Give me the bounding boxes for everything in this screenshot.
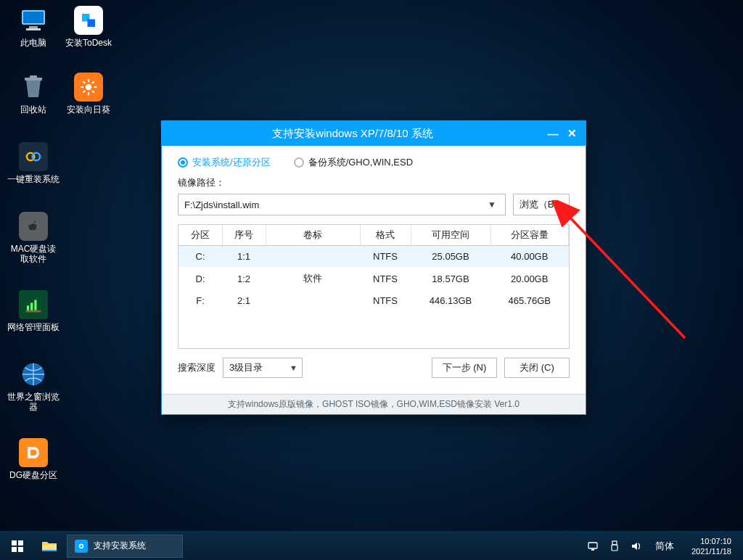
- cell-partition: F:: [178, 290, 222, 311]
- svg-line-21: [83, 81, 85, 83]
- windows-icon: [12, 540, 23, 552]
- cell-volume: 软件: [266, 267, 360, 290]
- svg-rect-28: [12, 547, 17, 552]
- svg-rect-9: [30, 302, 33, 310]
- svg-rect-8: [27, 305, 29, 310]
- svg-rect-1: [23, 12, 44, 23]
- ime-indicator[interactable]: 简体: [652, 540, 677, 553]
- radio-label: 备份系统/GHO,WIN,ESD: [308, 156, 413, 169]
- gear-icon: [19, 142, 48, 171]
- taskbar-app-installer[interactable]: 支持安装系统: [67, 535, 183, 558]
- image-path-select[interactable]: F:\Zjds\install.wim ▼: [178, 194, 506, 215]
- cell-fs: NTFS: [360, 267, 411, 290]
- table-row[interactable]: C: 1:1 NTFS 25.05GB 40.00GB: [178, 246, 569, 268]
- radio-install-restore[interactable]: 安装系统/还原分区: [178, 156, 271, 169]
- table-header-row: 分区 序号 卷标 格式 可用空间 分区容量: [178, 225, 569, 246]
- svg-line-24: [83, 91, 85, 93]
- desktop-icon-recycle-bin[interactable]: 回收站: [7, 73, 59, 115]
- desktop-icon-label: 安装ToDesk: [62, 38, 115, 48]
- path-row: F:\Zjds\install.wim ▼ 浏览（B）: [178, 194, 570, 215]
- svg-rect-33: [588, 543, 597, 548]
- cell-total: 40.00GB: [490, 246, 569, 268]
- desktop-icon-sunflower[interactable]: 安装向日葵: [62, 73, 115, 115]
- dialog-title: 支持安装windows XP/7/8/10 系统: [162, 127, 543, 141]
- cell-index: 1:2: [222, 267, 266, 290]
- usb-icon[interactable]: [609, 540, 620, 552]
- th-volume: 卷标: [266, 225, 360, 246]
- th-fs: 格式: [360, 225, 411, 246]
- browse-label: 浏览（B）: [520, 198, 564, 211]
- cell-fs: NTFS: [360, 290, 411, 311]
- partition-table: 分区 序号 卷标 格式 可用空间 分区容量 C: 1:1 NTFS 25.05: [178, 225, 569, 311]
- svg-rect-26: [12, 540, 17, 545]
- chevron-down-icon: ▼: [483, 194, 501, 215]
- svg-rect-11: [26, 310, 41, 313]
- taskbar-clock[interactable]: 10:07:10 2021/11/18: [687, 536, 736, 556]
- radio-dot-icon: [294, 157, 304, 168]
- apple-icon: [19, 212, 48, 241]
- desktop-icon-label: MAC硬盘读取软件: [7, 244, 59, 264]
- close-button[interactable]: 关闭 (C): [504, 358, 570, 378]
- close-window-button[interactable]: ✕: [562, 124, 581, 143]
- taskbar: 支持安装系统 简体 10:07:10 2021/11/18: [0, 531, 743, 560]
- svg-point-32: [80, 544, 83, 548]
- volume-icon[interactable]: [631, 540, 642, 552]
- todesk-icon: [74, 6, 103, 35]
- taskbar-app-label: 支持安装系统: [94, 540, 146, 552]
- cell-free: 446.13GB: [411, 290, 490, 311]
- cell-free: 25.05GB: [411, 246, 490, 268]
- table-row[interactable]: F: 2:1 NTFS 446.13GB 465.76GB: [178, 290, 569, 311]
- clock-date: 2021/11/18: [691, 546, 731, 556]
- svg-rect-5: [30, 75, 37, 78]
- folder-icon: [41, 540, 57, 553]
- cell-volume: [266, 290, 360, 311]
- cell-partition: C:: [178, 246, 222, 268]
- svg-rect-35: [612, 541, 617, 545]
- cell-total: 20.00GB: [490, 267, 569, 290]
- svg-rect-2: [29, 26, 38, 28]
- desktop-icon-mac-disk[interactable]: MAC硬盘读取软件: [7, 212, 59, 264]
- desktop-icon-label: 世界之窗浏览器: [7, 392, 59, 412]
- next-label: 下一步 (N): [443, 361, 487, 374]
- desktop-icon-todesk[interactable]: 安装ToDesk: [62, 6, 115, 48]
- start-button[interactable]: [0, 532, 35, 561]
- globe-icon: [19, 360, 48, 389]
- image-path-value: F:\Zjds\install.wim: [184, 199, 259, 210]
- disk-icon: [19, 438, 48, 467]
- desktop-icon-label: 一键重装系统: [7, 174, 59, 184]
- sunflower-icon: [74, 73, 103, 102]
- th-total: 分区容量: [490, 225, 569, 246]
- desktop-icon-label: 回收站: [7, 104, 59, 115]
- dialog-titlebar[interactable]: 支持安装windows XP/7/8/10 系统 — ✕: [162, 121, 586, 146]
- desktop-icon-browser[interactable]: 世界之窗浏览器: [7, 360, 59, 412]
- desktop-icon-label: 此电脑: [7, 38, 59, 48]
- install-dialog: 支持安装windows XP/7/8/10 系统 — ✕ 安装系统/还原分区 备…: [161, 120, 586, 415]
- chevron-down-icon: ▼: [290, 363, 297, 372]
- svg-rect-3: [26, 28, 41, 30]
- desktop-icon-reinstall[interactable]: 一键重装系统: [7, 142, 59, 184]
- table-row[interactable]: D: 1:2 软件 NTFS 18.57GB 20.00GB: [178, 267, 569, 290]
- partition-table-wrap: 分区 序号 卷标 格式 可用空间 分区容量 C: 1:1 NTFS 25.05: [178, 224, 570, 349]
- desktop-icon-dg-partition[interactable]: DG硬盘分区: [7, 438, 59, 480]
- minimize-button[interactable]: —: [543, 124, 562, 143]
- svg-rect-34: [591, 549, 594, 551]
- taskbar-explorer-button[interactable]: [35, 532, 64, 561]
- desktop-icon-network-panel[interactable]: 网络管理面板: [7, 290, 59, 332]
- radio-label: 安装系统/还原分区: [192, 156, 271, 169]
- system-tray: 简体 10:07:10 2021/11/18: [587, 536, 743, 556]
- svg-point-16: [86, 84, 91, 90]
- ime-label: 简体: [655, 540, 674, 551]
- cell-index: 1:1: [222, 246, 266, 268]
- network-icon[interactable]: [587, 540, 599, 552]
- svg-rect-36: [612, 545, 617, 551]
- cell-fs: NTFS: [360, 246, 411, 268]
- radio-backup[interactable]: 备份系统/GHO,WIN,ESD: [294, 156, 413, 169]
- cell-volume: [266, 246, 360, 268]
- th-index: 序号: [222, 225, 266, 246]
- desktop-icon-label: DG硬盘分区: [7, 470, 59, 480]
- depth-select[interactable]: 3级目录 ▼: [223, 358, 303, 378]
- browse-button[interactable]: 浏览（B）: [513, 194, 570, 215]
- desktop-icon-this-pc[interactable]: 此电脑: [7, 6, 59, 48]
- next-button[interactable]: 下一步 (N): [432, 358, 497, 378]
- mode-radios: 安装系统/还原分区 备份系统/GHO,WIN,ESD: [178, 156, 570, 169]
